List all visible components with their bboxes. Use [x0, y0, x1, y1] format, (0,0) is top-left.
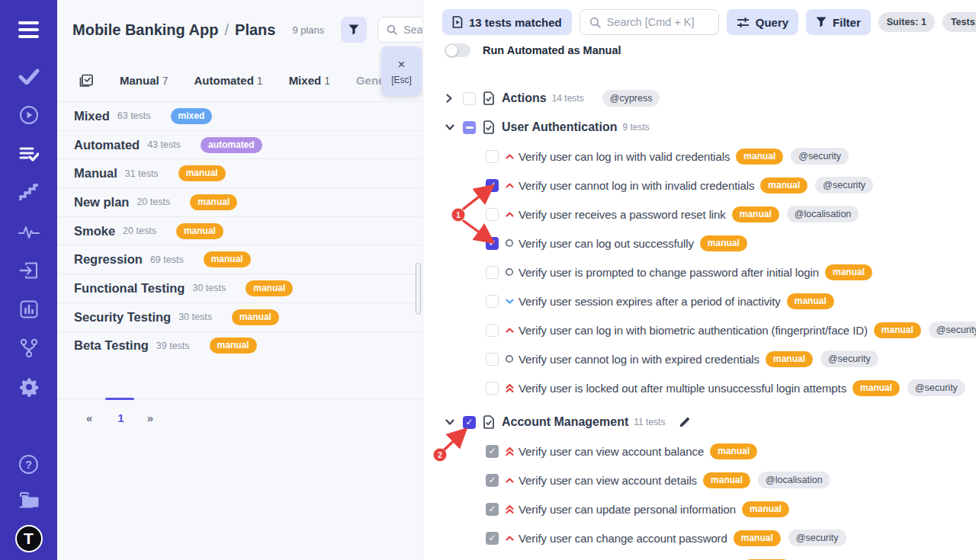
tag-pill: @security: [791, 148, 849, 165]
suite-name[interactable]: Actions: [502, 91, 547, 105]
checkbox-indeterminate[interactable]: [463, 121, 476, 134]
test-title[interactable]: Verify user cannot log in with invalid c…: [518, 179, 754, 192]
plan-row-new-plan[interactable]: New plan20 testsmanual: [57, 187, 422, 216]
pagination-prev-button[interactable]: «: [86, 411, 92, 424]
checkbox-unchecked[interactable]: [463, 92, 476, 105]
priority-high-icon: [504, 211, 515, 218]
checkbox-checked-gray[interactable]: [486, 532, 499, 545]
test-title[interactable]: Verify user can log in with biometric au…: [518, 324, 868, 337]
plan-row-smoke[interactable]: Smoke20 testsmanual: [57, 216, 422, 245]
checkbox-checked[interactable]: [463, 416, 476, 429]
test-title[interactable]: Verify user can update personal informat…: [518, 503, 736, 516]
projects-folder-icon[interactable]: [18, 489, 40, 510]
pagination-next-button[interactable]: »: [147, 411, 153, 424]
tests-search-placeholder: Search [Cmd + K]: [607, 16, 695, 28]
tests-matched-button[interactable]: 13 tests matched: [442, 9, 572, 35]
test-row: Verify user can change account passwordm…: [424, 523, 976, 552]
tab-manual[interactable]: Manual7: [120, 74, 168, 87]
suite-name[interactable]: Account Management: [502, 415, 628, 429]
plans-scrollbar-thumb[interactable]: [416, 263, 421, 315]
tab-automated[interactable]: Automated1: [194, 74, 262, 87]
plan-row-functional-testing[interactable]: Functional Testing30 testsmanual: [57, 274, 422, 302]
test-title[interactable]: Verify user cannot log in with expired c…: [518, 353, 759, 366]
pagination-page-1[interactable]: 1: [117, 411, 124, 424]
filter-button[interactable]: Filter: [806, 9, 871, 35]
tests-panel: 13 tests matched Search [Cmd + K] Query …: [424, 0, 976, 560]
breadcrumb-project[interactable]: Mobile Banking App: [72, 21, 218, 39]
test-title[interactable]: Verify user can view account balance: [518, 445, 704, 458]
plan-row-security-testing[interactable]: Security Testing30 testsmanual: [57, 302, 422, 331]
test-row: Verify user can update personal informat…: [424, 494, 976, 523]
checkbox-unchecked[interactable]: [486, 324, 499, 337]
plan-test-count: 69 tests: [150, 254, 184, 265]
test-title[interactable]: Verify user receives a password reset li…: [518, 208, 726, 221]
test-title[interactable]: Verify user can view account details: [518, 474, 697, 487]
batch-select-icon[interactable]: [79, 74, 94, 88]
list-check-icon[interactable]: [18, 143, 40, 165]
priority-high-icon: [504, 153, 515, 160]
query-button[interactable]: Query: [727, 9, 798, 35]
bar-chart-icon[interactable]: [18, 299, 40, 320]
test-title[interactable]: Verify user session expires after a peri…: [518, 295, 781, 308]
chevron-down-icon[interactable]: [445, 418, 454, 426]
checkbox-unchecked[interactable]: [486, 266, 499, 279]
run-automated-toggle[interactable]: [445, 43, 470, 57]
checkbox-checked[interactable]: [486, 237, 499, 250]
plans-filter-button[interactable]: [341, 17, 367, 43]
test-title[interactable]: Verify user is locked out after multiple…: [518, 382, 846, 395]
chevron-right-icon[interactable]: [445, 94, 454, 103]
tests-search-input[interactable]: Search [Cmd + K]: [580, 9, 719, 35]
tag-pill: @security: [820, 350, 878, 367]
plan-row-regression[interactable]: Regression69 testsmanual: [57, 245, 422, 274]
suite-row-user-authentication: User Authentication9 tests: [424, 113, 976, 142]
test-title[interactable]: Verify user is prompted to change passwo…: [518, 266, 819, 279]
app-logo[interactable]: T: [15, 525, 43, 552]
test-title[interactable]: Verify user can log in with valid creden…: [518, 150, 730, 163]
filter-label: Filter: [833, 16, 861, 29]
test-title[interactable]: Verify user can change account password: [518, 532, 727, 545]
plan-name: Functional Testing: [74, 281, 185, 296]
plan-name: Security Testing: [74, 310, 171, 325]
test-type-badge: manual: [874, 322, 921, 338]
plan-test-count: 39 tests: [156, 341, 190, 351]
plan-row-beta-testing[interactable]: Beta Testing39 testsmanual: [57, 331, 422, 360]
suite-test-count: 9 tests: [622, 122, 649, 133]
checkbox-checked-gray[interactable]: [486, 503, 499, 516]
plan-name: Smoke: [74, 224, 115, 238]
edit-pencil-icon[interactable]: [679, 416, 691, 428]
plan-row-mixed[interactable]: Mixed63 testsmixed: [57, 101, 422, 130]
plan-row-manual[interactable]: Manual31 testsmanual: [57, 158, 422, 187]
suite-name[interactable]: User Authentication: [502, 120, 617, 134]
sign-in-icon[interactable]: [18, 260, 40, 281]
help-icon[interactable]: ?: [18, 453, 40, 475]
check-icon[interactable]: [18, 66, 40, 87]
checkbox-unchecked[interactable]: [486, 295, 499, 308]
checkbox-unchecked[interactable]: [486, 150, 499, 163]
test-type-badge: manual: [825, 264, 872, 280]
pulse-icon[interactable]: [18, 221, 40, 242]
test-title[interactable]: Verify user can log out successfully: [518, 237, 694, 250]
gear-icon[interactable]: [18, 376, 40, 398]
plan-type-badge: manual: [232, 309, 279, 325]
tag-pill: @cypress: [602, 90, 660, 107]
plan-type-badge: manual: [190, 194, 237, 210]
plan-test-count: 30 tests: [178, 312, 212, 322]
checkbox-checked-gray[interactable]: [486, 445, 499, 458]
steps-icon[interactable]: [18, 182, 40, 203]
checkbox-unchecked[interactable]: [486, 208, 499, 221]
breadcrumb-page: Plans: [235, 21, 275, 39]
tab-mixed[interactable]: Mixed1: [289, 74, 330, 87]
play-circle-icon[interactable]: [18, 104, 40, 126]
close-panel-button[interactable]: × [Esc]: [381, 46, 422, 96]
test-type-badge: manual: [710, 443, 757, 459]
plans-search-input[interactable]: Search: [377, 17, 423, 43]
app-root: ? T Mobile Banking App / Plans 9 plans S…: [0, 0, 976, 560]
plan-row-automated[interactable]: Automated43 testsautomated: [57, 130, 422, 159]
branch-icon[interactable]: [18, 338, 40, 359]
checkbox-checked-gray[interactable]: [486, 474, 499, 487]
hamburger-menu-icon[interactable]: [18, 21, 39, 42]
checkbox-unchecked[interactable]: [486, 353, 499, 366]
chevron-down-icon[interactable]: [445, 123, 454, 131]
checkbox-checked[interactable]: [486, 179, 499, 192]
checkbox-unchecked[interactable]: [486, 382, 499, 395]
